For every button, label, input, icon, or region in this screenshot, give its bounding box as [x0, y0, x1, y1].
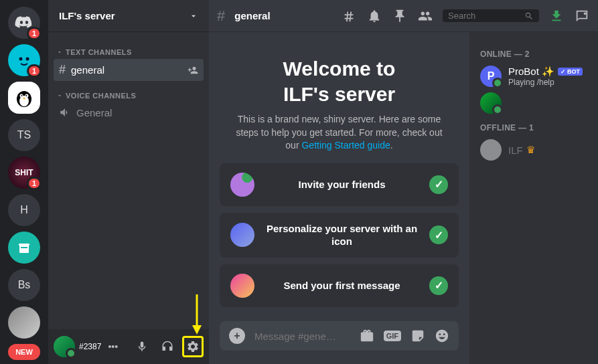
chevron-down-icon: [189, 11, 198, 21]
member-status: Playing /help: [508, 78, 583, 87]
add-user-icon[interactable]: [188, 65, 198, 76]
welcome-block: Welcome to ILF's server This is a brand …: [220, 56, 459, 307]
svg-point-2: [26, 58, 29, 61]
home-badge: 1: [27, 27, 42, 40]
channel-header: # general: [209, 0, 598, 32]
bucket-icon: [16, 240, 32, 256]
svg-rect-11: [19, 244, 29, 246]
search-icon: [524, 11, 534, 21]
server-1-badge: 1: [27, 64, 42, 78]
settings-button[interactable]: [182, 336, 204, 357]
card-personalize[interactable]: Personalize your server with an icon ✓: [220, 213, 459, 258]
main-area: # general Welcome to ILF's server This i…: [209, 0, 598, 364]
welcome-description: This is a brand new, shiny server. Here …: [232, 113, 447, 153]
check-icon: ✓: [429, 175, 448, 194]
channel-list: TEXT CHANNELS # general VOICE CHANNELS G…: [48, 32, 209, 329]
member-probot[interactable]: P ProBot ✨ ✓ BOT Playing /help: [475, 63, 593, 90]
voice-channel-general[interactable]: General: [54, 102, 204, 122]
card-first-message[interactable]: Send your first message ✓: [220, 264, 459, 307]
svg-point-4: [19, 96, 29, 106]
server-item-h[interactable]: H: [8, 194, 40, 226]
message-input[interactable]: [254, 331, 350, 342]
channel-title: general: [234, 10, 270, 21]
threads-button[interactable]: [341, 8, 357, 24]
message-feed: Welcome to ILF's server This is a brand …: [209, 32, 469, 364]
check-icon: ✓: [429, 276, 448, 295]
microphone-icon: [136, 341, 148, 353]
channel-label: general: [71, 64, 104, 76]
home-button[interactable]: 1: [8, 7, 40, 39]
card-invite-friends[interactable]: Invite your friends ✓: [220, 163, 459, 206]
gif-button[interactable]: GIF: [384, 331, 401, 341]
more-icon[interactable]: •••: [108, 341, 118, 352]
svg-rect-12: [21, 247, 27, 248]
speaker-icon: [59, 106, 71, 118]
new-badge[interactable]: NEW: [8, 344, 40, 360]
member-ilf[interactable]: ILF ♛: [475, 136, 593, 163]
server-header[interactable]: ILF's server: [48, 0, 209, 32]
check-icon: ✓: [429, 225, 448, 244]
server-item-avatar[interactable]: [8, 306, 40, 339]
deafen-button[interactable]: [157, 336, 178, 357]
channel-general[interactable]: # general: [54, 59, 204, 81]
members-online-header: ONLINE — 2: [480, 50, 587, 59]
server-item-2[interactable]: [8, 82, 40, 114]
inbox-button[interactable]: [548, 8, 565, 24]
server-item-bs[interactable]: Bs: [8, 269, 40, 301]
emoji-icon[interactable]: [435, 329, 449, 343]
server-label: TS: [17, 129, 31, 141]
penguin-icon: [13, 87, 35, 108]
category-voice-channels[interactable]: VOICE CHANNELS: [54, 89, 204, 102]
personalize-icon: [230, 223, 254, 247]
member-avatar: P: [480, 66, 502, 87]
channel-label: General: [76, 107, 112, 118]
headphones-icon: [161, 341, 173, 353]
sticker-icon[interactable]: [410, 329, 425, 343]
pinned-button[interactable]: [392, 8, 408, 24]
notifications-button[interactable]: [366, 8, 382, 24]
svg-point-7: [21, 95, 23, 96]
user-panel: #2387 •••: [48, 329, 209, 364]
member-list: ONLINE — 2 P ProBot ✨ ✓ BOT Playing /hel…: [469, 32, 598, 364]
invite-icon: [230, 173, 254, 197]
members-offline-header: OFFLINE — 1: [480, 123, 587, 132]
svg-point-13: [584, 12, 587, 15]
bot-tag: ✓ BOT: [558, 68, 583, 76]
gift-icon[interactable]: [360, 329, 374, 343]
member-name: ProBot ✨ ✓ BOT: [508, 66, 583, 78]
members-toggle[interactable]: [417, 8, 433, 24]
svg-point-1: [19, 58, 23, 61]
attach-button[interactable]: +: [229, 328, 245, 344]
user-avatar[interactable]: [54, 336, 75, 357]
message-composer: + GIF: [220, 321, 459, 351]
member-avatar: [480, 139, 502, 161]
server-name: ILF's server: [59, 10, 115, 21]
server-label: SHIT: [15, 168, 33, 177]
server-label: Bs: [18, 279, 31, 291]
chevron-down-icon: [56, 92, 63, 99]
crown-icon: ♛: [526, 144, 535, 156]
svg-point-8: [26, 95, 27, 96]
chevron-down-icon: [56, 49, 63, 56]
search-input[interactable]: [448, 11, 524, 21]
svg-rect-10: [19, 245, 29, 253]
mute-button[interactable]: [131, 336, 153, 357]
help-button[interactable]: [574, 8, 590, 24]
server-shit-badge: 1: [27, 177, 42, 190]
user-tag: #2387: [79, 342, 101, 351]
getting-started-link[interactable]: Getting Started guide: [301, 140, 390, 151]
category-text-channels[interactable]: TEXT CHANNELS: [54, 46, 204, 59]
member-self[interactable]: [475, 90, 593, 116]
channel-sidebar: ILF's server TEXT CHANNELS # general VOI…: [48, 0, 209, 364]
server-item-1[interactable]: 1: [8, 44, 40, 76]
server-item-shit[interactable]: SHIT 1: [8, 157, 40, 189]
gear-icon: [186, 340, 200, 353]
search-box[interactable]: [443, 9, 539, 22]
server-label: H: [20, 204, 28, 216]
hash-icon: #: [217, 7, 225, 25]
member-name: ILF ♛: [508, 144, 535, 156]
server-rail: 1 1 TS SHIT 1 H Bs NEW: [0, 0, 48, 364]
server-item-bucket[interactable]: [8, 232, 40, 264]
server-item-ts[interactable]: TS: [8, 119, 40, 151]
message-icon: [230, 274, 254, 298]
